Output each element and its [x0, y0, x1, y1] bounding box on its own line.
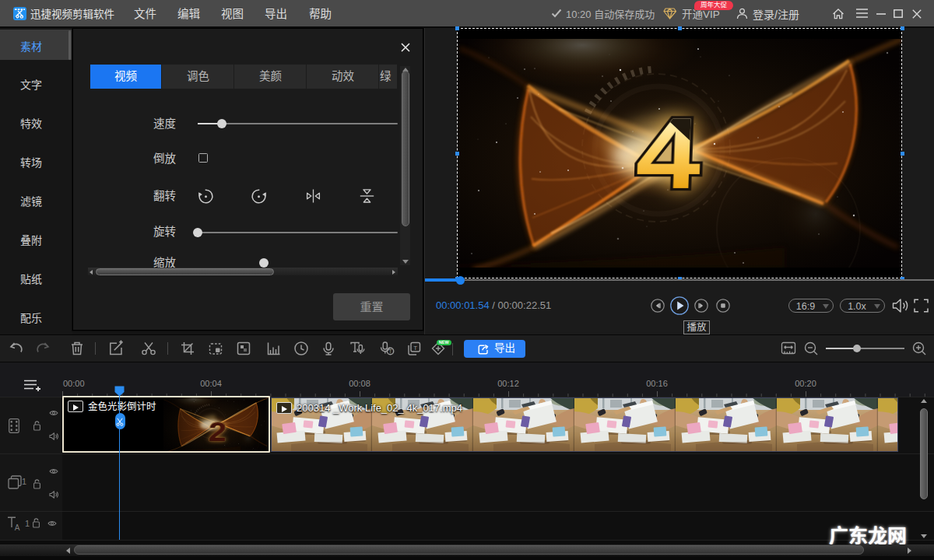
svg-text:T: T	[389, 348, 392, 354]
svg-text:A: A	[15, 523, 20, 532]
svg-text:T: T	[413, 345, 417, 352]
